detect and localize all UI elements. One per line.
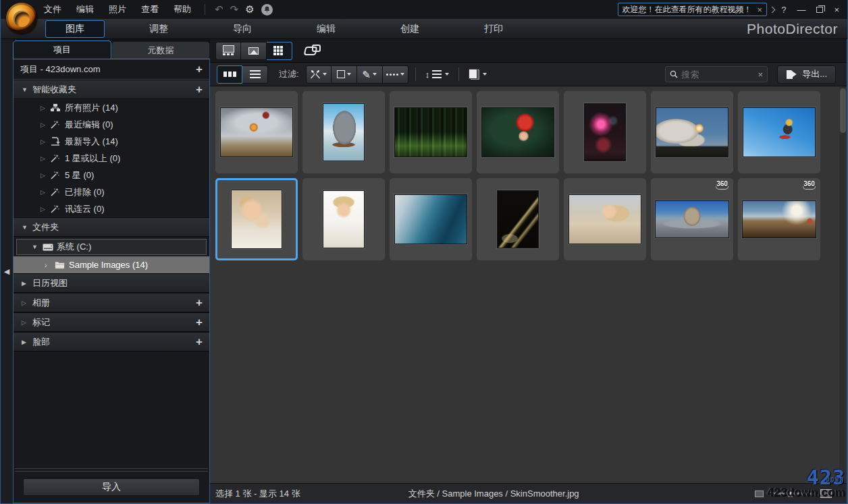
expander-icon[interactable]: ▷	[41, 138, 51, 145]
search-input[interactable]	[681, 69, 754, 80]
redo-icon[interactable]: ↷	[230, 3, 239, 16]
menu-photo[interactable]: 照片	[109, 3, 126, 16]
export-button[interactable]: 导出...	[777, 65, 836, 84]
photo-cell-karst-boat[interactable]	[302, 91, 385, 173]
expander-icon[interactable]: ▼	[32, 244, 43, 250]
scrollbar-thumb[interactable]	[840, 88, 846, 133]
photo-cell-maple-leaf[interactable]	[477, 91, 559, 173]
add-icon[interactable]: +	[196, 316, 203, 328]
sidebar-item[interactable]: ▷最近编辑 (0)	[14, 116, 209, 133]
flag-filter-button[interactable]	[306, 65, 332, 84]
tab-print[interactable]: 打印	[464, 20, 523, 38]
add-icon[interactable]: +	[196, 336, 203, 347]
photo-cell-woman-outdoor[interactable]	[564, 178, 646, 260]
settings-gear-icon[interactable]: ⚙	[245, 3, 254, 16]
viewer-view-button[interactable]	[241, 42, 267, 60]
add-icon[interactable]: +	[196, 297, 203, 308]
expander-icon[interactable]: ▶	[22, 339, 32, 345]
zoom-slider[interactable]	[770, 493, 814, 495]
expander-icon[interactable]: ▶	[22, 280, 32, 287]
sidebar-section[interactable]: ▷相册+	[14, 293, 209, 312]
expander-icon[interactable]: ▷	[41, 105, 51, 111]
expander-icon[interactable]: ▷	[41, 121, 51, 128]
expander-icon[interactable]: ▷	[22, 300, 32, 306]
expander-icon[interactable]: ›	[45, 261, 55, 269]
search-clear-icon[interactable]: ×	[758, 69, 764, 80]
import-button[interactable]: 导入	[23, 478, 200, 496]
expander-icon[interactable]: ▼	[22, 86, 32, 93]
photo-cell-woman-laughing[interactable]	[302, 178, 385, 260]
zoom-out-thumbnail-icon[interactable]	[755, 491, 764, 497]
zoom-in-thumbnail-icon[interactable]	[820, 489, 832, 498]
maximize-button[interactable]	[816, 7, 823, 13]
collapse-arrow-icon[interactable]: ◀	[4, 267, 9, 276]
add-icon[interactable]: +	[196, 84, 203, 95]
sidebar-item[interactable]: ▷最新导入 (14)	[14, 133, 209, 150]
photo-cell-rocket-launch[interactable]	[651, 91, 733, 173]
help-button[interactable]: ?	[781, 5, 786, 15]
thumbnail-view-button[interactable]	[217, 65, 242, 84]
tab-project[interactable]: 项目	[13, 40, 111, 59]
sidebar-drive-row[interactable]: ▼系统 (C:)	[16, 239, 207, 255]
browser-view-button[interactable]	[215, 42, 241, 60]
more-filter-button[interactable]	[383, 65, 408, 84]
sidebar-section[interactable]: ▷标记+	[14, 312, 209, 332]
undo-icon[interactable]: ↶	[215, 3, 223, 16]
menu-help[interactable]: 帮助	[174, 3, 191, 16]
photo-cell-skateboarder[interactable]	[738, 91, 820, 173]
sidebar-section[interactable]: ▼智能收藏夹+	[14, 80, 209, 99]
modebar: 图库 调整 导向 编辑 创建 打印 PhotoDirector	[1, 19, 847, 39]
label-filter-button[interactable]	[332, 65, 357, 84]
photo-cell-pano-canyon[interactable]: 360	[738, 178, 820, 260]
sidebar-item[interactable]: ▷5 星 (0)	[14, 167, 209, 184]
edited-filter-button[interactable]: ✎	[357, 65, 383, 84]
menu-edit[interactable]: 编辑	[76, 3, 94, 16]
stack-button[interactable]	[466, 65, 489, 84]
photo-cell-forest[interactable]	[390, 91, 472, 173]
zoom-slider-handle[interactable]	[788, 490, 793, 497]
close-button[interactable]: ×	[834, 5, 839, 15]
photo-cell-neon-storefront[interactable]	[564, 91, 646, 173]
filter-label: 过滤:	[279, 68, 299, 80]
tab-library[interactable]: 图库	[45, 20, 105, 38]
photo-cell-woman-smiling[interactable]	[215, 178, 298, 260]
list-view-button[interactable]	[242, 65, 268, 84]
photo-cell-basketball-dunk[interactable]	[215, 91, 298, 173]
expander-icon[interactable]: ▷	[41, 155, 51, 162]
sidebar-item[interactable]: ▷已排除 (0)	[14, 184, 209, 200]
sidebar-section[interactable]: ▶日历视图	[14, 273, 209, 293]
tab-metadata[interactable]: 元数据	[111, 41, 210, 59]
menu-view[interactable]: 查看	[141, 3, 159, 16]
sidebar-item[interactable]: ▷1 星或以上 (0)	[14, 150, 209, 167]
minimize-button[interactable]: —	[797, 5, 805, 15]
tab-guided[interactable]: 导向	[213, 20, 272, 38]
expander-icon[interactable]: ▷	[22, 319, 32, 326]
drive-icon	[43, 244, 57, 251]
tab-edit[interactable]: 编辑	[296, 20, 356, 38]
photo-cell-window-light[interactable]	[477, 178, 559, 260]
grid-view-button[interactable]	[267, 42, 292, 60]
sort-button[interactable]: ↕	[423, 65, 452, 84]
sidebar-folder-row[interactable]: ›Sample Images (14)	[14, 256, 209, 273]
notification-bell-icon[interactable]	[261, 4, 273, 16]
photo-cell-pano-street[interactable]: 360	[651, 178, 733, 260]
add-project-icon[interactable]: +	[196, 63, 203, 75]
expander-icon[interactable]: ▷	[41, 189, 51, 196]
tab-adjust[interactable]: 调整	[129, 20, 188, 38]
badge-360: 360	[716, 180, 728, 190]
sidebar-item[interactable]: ▷所有照片 (14)	[14, 99, 209, 116]
expander-icon[interactable]: ▼	[22, 224, 32, 231]
sidebar-collapse-strip[interactable]: ◀	[1, 39, 13, 503]
sidebar-section[interactable]: ▼文件夹	[14, 217, 209, 237]
menu-file[interactable]: 文件	[44, 3, 61, 16]
dual-display-icon	[304, 45, 321, 57]
sidebar-section[interactable]: ▶脸部+	[14, 332, 209, 352]
tab-create[interactable]: 创建	[380, 20, 440, 38]
sidebar-item[interactable]: ▷讯连云 (0)	[14, 200, 209, 217]
expander-icon[interactable]: ▷	[41, 172, 51, 179]
photo-cell-ocean-wave[interactable]	[390, 178, 472, 260]
dual-display-button[interactable]	[302, 42, 323, 60]
vertical-scrollbar[interactable]	[839, 86, 847, 483]
welcome-close-icon[interactable]: ×	[758, 5, 763, 15]
expander-icon[interactable]: ▷	[41, 206, 51, 213]
